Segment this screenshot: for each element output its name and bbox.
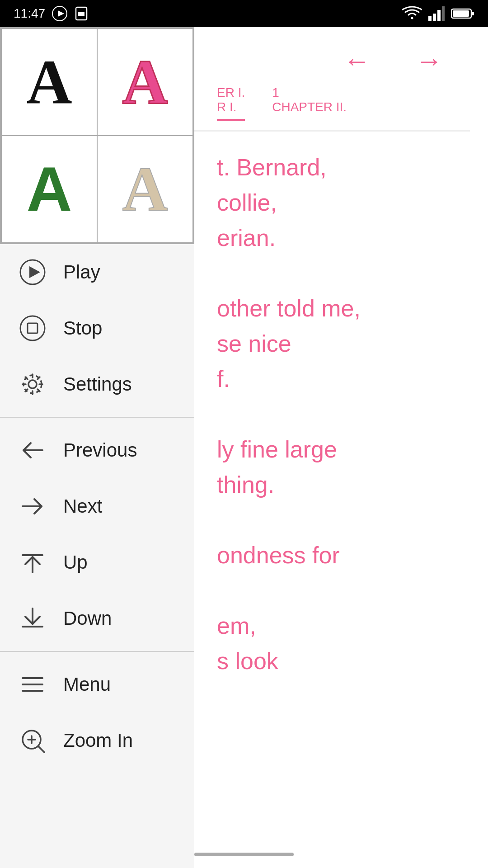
settings-button[interactable]: Settings [0, 356, 194, 412]
font-letter-beige: A [122, 158, 168, 221]
play-icon [18, 258, 47, 287]
side-panel: A A A A Play [0, 27, 194, 868]
divider-2 [0, 651, 194, 652]
arrow-left-icon [18, 436, 47, 465]
settings-label: Settings [63, 373, 132, 395]
zoom-in-button[interactable]: Zoom In [0, 712, 194, 769]
svg-marker-1 [58, 10, 64, 17]
down-label: Down [63, 608, 112, 629]
svg-rect-4 [428, 16, 432, 21]
chapter-tab-2-title: CHAPTER II. [272, 100, 347, 114]
previous-button[interactable]: Previous [0, 422, 194, 478]
down-button[interactable]: Down [0, 590, 194, 646]
play-status-icon [52, 5, 68, 22]
font-cell-green[interactable]: A [1, 136, 97, 243]
svg-rect-14 [28, 323, 38, 333]
zoom-in-icon [18, 726, 47, 755]
chapter-tab-1-subtitle: R I. [217, 100, 245, 114]
font-letter-pink: A [122, 51, 168, 114]
zoom-in-label: Zoom In [63, 730, 133, 751]
svg-point-13 [20, 316, 45, 340]
menu-icon [18, 670, 47, 699]
divider-1 [0, 417, 194, 418]
arrow-down-bar-icon [18, 604, 47, 633]
next-button[interactable]: Next [0, 478, 194, 534]
chapter-tab-2[interactable]: 1 CHAPTER II. [272, 85, 347, 121]
status-bar: 11:47 [0, 0, 488, 27]
chapter-tab-1[interactable]: ER I. R I. [217, 85, 245, 121]
status-right [402, 5, 474, 22]
status-time: 11:47 [14, 6, 45, 21]
main-container: ← → ER I. R I. 1 CHAPTER II. t. Bernard,… [0, 27, 488, 868]
play-label: Play [63, 261, 100, 283]
up-label: Up [63, 552, 88, 573]
menu-list: Play Stop [0, 244, 194, 868]
font-grid: A A A A [0, 27, 194, 244]
svg-rect-5 [433, 14, 436, 21]
book-back-button[interactable]: ← [343, 45, 371, 76]
font-cell-beige[interactable]: A [97, 136, 193, 243]
menu-label: Menu [63, 674, 111, 695]
chapter-tab-1-title: ER I. [217, 85, 245, 100]
arrow-up-bar-icon [18, 548, 47, 577]
arrow-right-icon [18, 492, 47, 521]
svg-line-29 [38, 746, 44, 752]
font-letter-green: A [26, 158, 72, 221]
stop-icon [18, 314, 47, 343]
signal-icon [428, 5, 445, 22]
status-left: 11:47 [14, 5, 89, 22]
svg-point-15 [28, 380, 37, 388]
svg-rect-6 [437, 10, 441, 21]
home-indicator [194, 853, 294, 856]
previous-label: Previous [63, 439, 137, 461]
gear-icon [18, 370, 47, 399]
play-button[interactable]: Play [0, 244, 194, 300]
font-letter-black: A [26, 51, 72, 114]
chapter-tab-2-num: 1 [272, 85, 347, 100]
battery-icon [451, 7, 474, 20]
book-forward-button[interactable]: → [416, 45, 443, 76]
wifi-icon [402, 5, 422, 22]
svg-marker-12 [29, 266, 40, 278]
font-cell-black[interactable]: A [1, 28, 97, 136]
svg-rect-10 [453, 10, 469, 17]
stop-button[interactable]: Stop [0, 300, 194, 356]
font-cell-pink[interactable]: A [97, 28, 193, 136]
svg-rect-9 [471, 12, 474, 15]
svg-rect-7 [442, 6, 445, 21]
sim-icon [74, 5, 89, 22]
up-button[interactable]: Up [0, 534, 194, 590]
stop-label: Stop [63, 317, 102, 339]
menu-button[interactable]: Menu [0, 656, 194, 712]
svg-rect-3 [78, 12, 84, 16]
next-label: Next [63, 495, 102, 517]
